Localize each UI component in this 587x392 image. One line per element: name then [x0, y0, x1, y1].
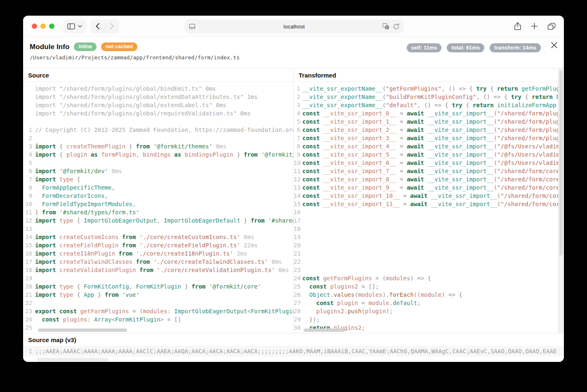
code-line: 5 — [23, 159, 293, 167]
code-line: 22 — [294, 258, 563, 266]
timing-badges: self: 11ms total: 61ms transform: 14ms — [407, 43, 541, 52]
code-line: 29 }); — [294, 315, 563, 324]
code-line: 5const __vite_ssr_import_1__ = await __v… — [294, 117, 563, 126]
module-file-path: /Users/vladimir/Projects/zammad/app/fron… — [30, 54, 557, 61]
code-line: 14import createCustomIcons from './core/… — [23, 233, 293, 241]
code-line: 2__vite_ssr_exportName__("buildFormKitPl… — [294, 93, 563, 101]
nav-divider — [105, 22, 105, 31]
code-line: 10 FormFieldTypeImportModules, — [23, 200, 293, 208]
code-line: 18 — [294, 225, 563, 233]
sourcemap-line-number: 1 — [23, 348, 35, 354]
code-line: import "/shared/form/plugins/global/exte… — [23, 93, 293, 101]
code-line — [23, 117, 293, 126]
code-line: 16import createI18nPlugin from './core/c… — [23, 249, 293, 258]
show-all-tabs-button[interactable] — [547, 23, 556, 30]
code-line: 7const __vite_ssr_import_3__ = await __v… — [294, 134, 563, 142]
total-time-badge: total: 61ms — [447, 43, 484, 52]
code-line: 9const __vite_ssr_import_5__ = await __v… — [294, 150, 563, 159]
code-line: 21 — [294, 249, 563, 258]
code-line: 25 const plugins2 = []; — [294, 282, 563, 291]
code-line: 15const __vite_ssr_import_11__ = await _… — [294, 200, 563, 208]
code-line: 11} from '#shared/types/form.ts' — [23, 208, 293, 216]
code-line: 24 const plugins: Array<FormKitPlugin> =… — [23, 315, 293, 324]
sourcemap-mappings: ;;;AAEA;AAAkC;AAAA;AAAA;AAAA;AAClC;AAEA;… — [35, 348, 564, 354]
code-line: 6import '@formkit/dev' 0ms — [23, 167, 293, 175]
code-line: 1// Copyright (C) 2012-2025 Zammad Found… — [23, 126, 293, 134]
code-line: 2 — [23, 134, 293, 142]
self-time-badge: self: 11ms — [407, 43, 442, 52]
code-line: 22 — [23, 299, 293, 307]
code-line: 11const __vite_ssr_import_7__ = await __… — [294, 167, 563, 175]
source-panel-title: Source — [23, 68, 293, 82]
code-line: 15import createFieldPlugin from './core/… — [23, 241, 293, 249]
reload-icon[interactable] — [393, 23, 400, 30]
code-line: 6const __vite_ssr_import_2__ = await __v… — [294, 126, 563, 134]
code-line: 4const __vite_ssr_import_0__ = await __v… — [294, 109, 563, 117]
source-code: import "/shared/form/plugins/global/bind… — [23, 82, 293, 333]
scrollbar-thumb[interactable] — [559, 70, 563, 256]
inline-badge: inline — [74, 42, 97, 51]
sidebar-toggle-button[interactable] — [64, 19, 86, 33]
forward-button[interactable] — [110, 23, 114, 30]
transformed-horizontal-scrollbar[interactable] — [304, 329, 345, 332]
close-button[interactable] — [551, 42, 558, 49]
code-line: 26 Object.values(modules).forEach((modul… — [294, 291, 563, 299]
code-panels: Source import "/shared/form/plugins/glob… — [23, 68, 564, 333]
sourcemap-title: Source map (v3) — [23, 333, 564, 346]
chevron-down-icon — [78, 25, 82, 28]
code-line: 23export const getFormPlugins = (modules… — [23, 307, 293, 315]
url-field[interactable]: localhost x — [185, 19, 403, 33]
code-line: 23 — [294, 266, 563, 274]
code-line: 12const __vite_ssr_import_8__ = await __… — [294, 175, 563, 183]
code-line: 17 — [294, 216, 563, 225]
code-line: 14const __vite_ssr_import_10__ = await _… — [294, 192, 563, 200]
not-cached-badge: not cached — [101, 42, 137, 51]
code-line: 3import { createThemePlugin } from '@for… — [23, 142, 293, 150]
sidebar-icon — [67, 23, 75, 30]
code-line: 27 const plugin = module.default; — [294, 299, 563, 307]
code-line: 8 FormAppSpecificTheme, — [23, 183, 293, 192]
code-line: 10const __vite_ssr_import_6__ = await __… — [294, 159, 563, 167]
close-window-button[interactable] — [32, 23, 37, 29]
traffic-lights — [32, 23, 54, 29]
transformed-panel: Transformed 1__vite_ssr_exportName__("ge… — [293, 68, 563, 333]
share-button[interactable] — [514, 22, 521, 31]
code-line: 3__vite_ssr_exportName__("default", () =… — [294, 101, 563, 109]
transformed-vertical-scrollbar[interactable] — [558, 68, 563, 333]
code-line: 18import createValidationPlugin from './… — [23, 266, 293, 274]
nav-buttons — [90, 19, 119, 33]
code-line: 1__vite_ssr_exportName__("getFormPlugins… — [294, 85, 563, 93]
code-line: 28 plugins2.push(plugin); — [294, 307, 563, 315]
module-info-header: Module Info inline not cached self: 11ms… — [23, 37, 564, 68]
sourcemap-horizontal-scrollbar[interactable] — [37, 358, 108, 361]
source-panel: Source import "/shared/form/plugins/glob… — [23, 68, 293, 333]
browser-toolbar: localhost x — [23, 16, 564, 37]
minimize-window-button[interactable] — [40, 23, 46, 29]
code-line: 20import type { FormKitConfig, FormKitPl… — [23, 282, 293, 291]
transformed-panel-title: Transformed — [294, 68, 563, 82]
code-line: 16 — [294, 208, 563, 216]
code-line: import "/shared/form/plugins/global/bind… — [23, 85, 293, 93]
sourcemap-section: Source map (v3) 1 ;;;AAEA;AAAkC;AAAA;AAA… — [23, 333, 564, 362]
code-line: 19 — [294, 233, 563, 241]
page-title: Module Info — [30, 43, 69, 51]
code-line: 12import type { ImportGlobEagerOutput, I… — [23, 216, 293, 225]
browser-window: localhost x Module Info — [23, 16, 564, 362]
code-line: 9 FormDecoratorIcons, — [23, 192, 293, 200]
code-line: import "/shared/form/plugins/global/exte… — [23, 101, 293, 109]
code-line: 8const __vite_ssr_import_4__ = await __v… — [294, 142, 563, 150]
back-button[interactable] — [95, 23, 100, 30]
transform-time-badge: transform: 14ms — [490, 43, 541, 52]
code-line: 24const getFormPlugins = (modules) => { — [294, 274, 563, 282]
source-horizontal-scrollbar[interactable] — [38, 329, 127, 332]
zoom-window-button[interactable] — [49, 23, 54, 29]
sourcemap-line: 1 ;;;AAEA;AAAkC;AAAA;AAAA;AAAA;AAClC;AAE… — [23, 346, 564, 357]
new-tab-button[interactable] — [531, 23, 538, 30]
translate-icon[interactable]: x — [382, 23, 389, 30]
code-line: import "/shared/form/plugins/global/requ… — [23, 109, 293, 117]
code-line: 21import type { App } from 'vue' — [23, 291, 293, 299]
code-line: 17import createTailwindClasses from './c… — [23, 258, 293, 266]
transformed-code: 1__vite_ssr_exportName__("getFormPlugins… — [294, 82, 563, 333]
code-line: 13 — [23, 225, 293, 233]
code-line: 7import type { — [23, 175, 293, 183]
